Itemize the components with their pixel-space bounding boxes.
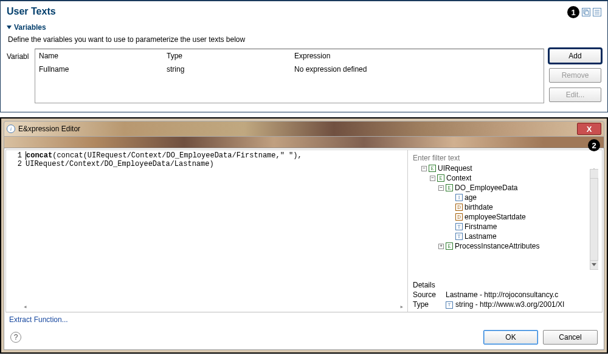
user-texts-panel: User Texts 1 Variables Define the variab… <box>0 0 608 112</box>
col-expr-header: Expression <box>294 52 540 60</box>
expression-editor-dialog: i E&xpression Editor X 2 1 concat(concat… <box>0 117 608 354</box>
scroll-down-icon[interactable] <box>592 263 596 266</box>
callout-1-badge: 1 <box>567 6 579 18</box>
col-type-header: Type <box>167 52 294 60</box>
line-number: 2 <box>6 160 26 168</box>
dialog-icon: i <box>7 125 15 133</box>
type-value: Tstring - http://www.w3.org/2001/XI <box>446 300 598 309</box>
cell-name: Fullname <box>39 65 167 74</box>
element-icon: E <box>429 165 436 172</box>
tree-node-lastname[interactable]: TLastname <box>413 232 598 241</box>
tree-node-birthdate[interactable]: Dbirthdate <box>413 202 598 212</box>
details-heading: Details <box>413 281 446 289</box>
section-description: Define the variables you want to use to … <box>8 35 601 44</box>
table-row[interactable]: Fullname string No expression defined <box>35 63 544 76</box>
variables-table[interactable]: Name Type Expression Fullname string No … <box>35 49 544 103</box>
scroll-left-icon[interactable]: ◂ <box>23 303 27 311</box>
variables-section-toggle[interactable]: Variables <box>7 23 601 32</box>
add-button[interactable]: Add <box>549 49 601 63</box>
tree-node-employeestartdate[interactable]: DemployeeStartdate <box>413 212 598 222</box>
line-number: 1 <box>6 151 26 160</box>
svg-rect-1 <box>585 11 589 15</box>
date-icon: D <box>455 213 463 221</box>
expression-code-editor[interactable]: 1 concat(concat(UIRequest/Context/DO_Emp… <box>6 150 407 312</box>
data-tree-pane: −EUIRequest −EContext −EDO_EmployeeData … <box>407 150 602 312</box>
scroll-right-icon[interactable]: ▸ <box>399 303 404 311</box>
text-icon: T <box>455 223 463 230</box>
table-header: Name Type Expression <box>35 49 544 63</box>
tree-collapse-icon[interactable]: − <box>421 166 427 171</box>
tree-scrollbar[interactable] <box>590 177 598 262</box>
remove-button[interactable]: Remove <box>549 68 601 83</box>
extract-function-link[interactable]: Extract Function... <box>5 312 603 326</box>
source-label: Source <box>413 290 446 299</box>
tree-node-processattrs[interactable]: +EProcessInstanceAttributes <box>413 241 598 251</box>
dialog-toolbar-decor: 2 <box>4 137 604 148</box>
help-icon[interactable]: ? <box>10 332 21 343</box>
tree-node-firstname[interactable]: TFirstname <box>413 222 598 232</box>
source-value: Lastname - http://rojoconsultancy.c <box>446 290 598 299</box>
details-panel: Details Source Lastname - http://rojocon… <box>413 280 598 309</box>
tree-node-context[interactable]: −EContext <box>413 173 598 183</box>
col-name-header: Name <box>39 52 167 60</box>
context-tree[interactable]: −EUIRequest −EContext −EDO_EmployeeData … <box>413 163 598 278</box>
tree-node-employeedata[interactable]: −EDO_EmployeeData <box>413 183 598 193</box>
panel-title: User Texts <box>7 6 601 17</box>
tree-node-uirequest[interactable]: −EUIRequest <box>413 163 598 173</box>
cell-expr: No expression defined <box>294 65 540 74</box>
dialog-title: E&xpression Editor <box>18 125 80 133</box>
restore-view-icon[interactable] <box>582 8 590 16</box>
collapse-view-icon[interactable] <box>593 8 601 16</box>
callout-2-badge: 2 <box>588 139 600 151</box>
cancel-button[interactable]: Cancel <box>543 330 598 345</box>
tree-node-age[interactable]: Iage <box>413 193 598 202</box>
date-icon: D <box>455 204 463 211</box>
ok-button[interactable]: OK <box>483 330 538 345</box>
filter-input[interactable] <box>413 153 598 163</box>
close-icon: X <box>587 125 592 134</box>
element-icon: E <box>446 242 453 250</box>
close-button[interactable]: X <box>577 123 601 135</box>
tree-expand-icon[interactable]: + <box>438 244 444 249</box>
dialog-titlebar[interactable]: i E&xpression Editor X <box>4 121 604 137</box>
element-icon: E <box>446 184 453 191</box>
cell-type: string <box>167 65 294 74</box>
tree-collapse-icon[interactable]: − <box>438 185 444 191</box>
chevron-down-icon <box>7 26 12 29</box>
element-icon: E <box>437 174 444 182</box>
tree-collapse-icon[interactable]: − <box>430 176 435 181</box>
section-label: Variables <box>14 23 46 32</box>
variables-field-label: Variabl <box>7 49 35 61</box>
type-icon: T <box>446 301 453 309</box>
integer-icon: I <box>455 194 463 201</box>
edit-button[interactable]: Edit... <box>549 88 601 102</box>
type-label: Type <box>413 300 446 309</box>
text-icon: T <box>455 233 463 240</box>
